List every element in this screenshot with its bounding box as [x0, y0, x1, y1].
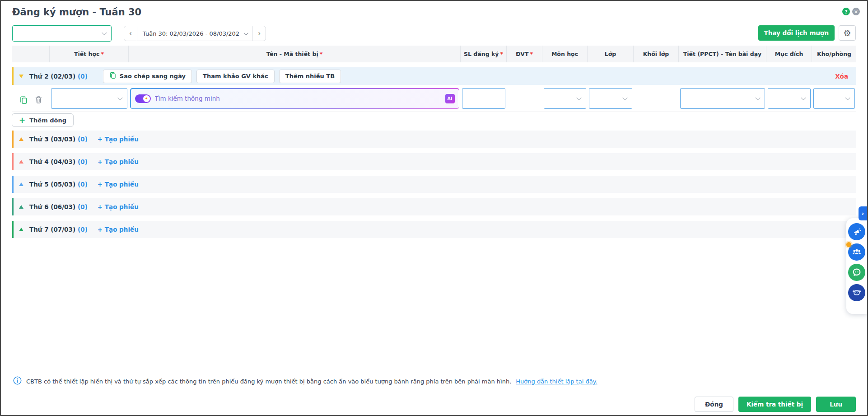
cell-ten-ma-thiet-bi: ✦ AI [129, 88, 461, 112]
day-row-saturday[interactable]: Thứ 7 (07/03) (0) + Tạo phiếu [12, 221, 856, 238]
window-controls: ? ✕ [842, 8, 860, 15]
teacher-select[interactable] [12, 25, 112, 42]
day-row-tuesday[interactable]: Thứ 3 (03/03) (0) + Tạo phiếu [12, 131, 856, 148]
tiet-hoc-select[interactable] [51, 88, 127, 109]
col-mon-hoc: Môn học [542, 46, 588, 62]
plus-icon: + [19, 117, 25, 124]
expand-triangle-icon[interactable] [19, 205, 23, 209]
footer-buttons: Đóng Kiểm tra thiết bị Lưu [695, 397, 856, 412]
day-label: Thứ 3 (03/03) [29, 136, 75, 143]
col-khoi-lop: Khối lớp [634, 46, 679, 62]
add-many-devices-button[interactable]: Thêm nhiều TB [279, 70, 341, 83]
add-row-button[interactable]: + Thêm dòng [12, 113, 74, 127]
announcement-megaphone-icon[interactable] [848, 223, 865, 240]
kho-phong-select[interactable] [813, 88, 855, 109]
borrow-registration-dialog: Đăng ký mượn - Tuần 30 ? ✕ ‹ Tuần 30: 02… [0, 0, 868, 416]
day-row-wednesday[interactable]: Thứ 4 (04/03) (0) + Tạo phiếu [12, 153, 856, 170]
table-header: Tiết học* Tên - Mã thiết bị* SL đăng ký*… [12, 46, 856, 62]
help-icon[interactable]: ? [842, 8, 850, 15]
chevron-down-icon [102, 30, 107, 35]
create-ticket-link[interactable]: + Tạo phiếu [98, 136, 139, 143]
day-label: Thứ 5 (05/03) [29, 181, 75, 188]
smart-search-field: ✦ AI [130, 88, 459, 109]
day-count: (0) [78, 203, 88, 210]
col-tiet-hoc: Tiết học* [50, 46, 129, 62]
setup-guide-link[interactable]: Hướng dẫn thiết lập tại đây. [516, 378, 597, 385]
col-tiet-ppct: Tiết (PPCT) - Tên bài dạy [679, 46, 766, 62]
device-search-input[interactable] [155, 95, 445, 102]
create-ticket-link[interactable]: + Tạo phiếu [98, 226, 139, 233]
expand-triangle-icon[interactable] [19, 160, 23, 164]
create-ticket-link[interactable]: + Tạo phiếu [98, 203, 139, 210]
check-devices-button[interactable]: Kiểm tra thiết bị [738, 397, 811, 412]
duplicate-row-icon[interactable] [19, 96, 28, 104]
expand-triangle-icon[interactable] [19, 182, 23, 186]
chat-bubble-icon[interactable] [848, 264, 865, 281]
next-week-button[interactable]: › [253, 26, 266, 41]
mon-hoc-select[interactable] [544, 88, 586, 109]
delete-day-link[interactable]: Xóa [835, 73, 848, 80]
col-lop: Lớp [588, 46, 634, 62]
chevron-down-icon [845, 95, 850, 100]
prev-week-button[interactable]: ‹ [124, 26, 137, 41]
cell-mon-hoc [542, 88, 588, 112]
community-people-icon[interactable] [848, 243, 865, 261]
day-label: Thứ 4 (04/03) [29, 158, 75, 165]
col-muc-dich: Mục đích [766, 46, 812, 62]
page-title: Đăng ký mượn - Tuần 30 [12, 7, 141, 18]
day-row-thursday[interactable]: Thứ 5 (05/03) (0) + Tạo phiếu [12, 176, 856, 193]
consult-other-teacher-button[interactable]: Tham khảo GV khác [196, 70, 275, 83]
day-actions: Sao chép sang ngày Tham khảo GV khác Thê… [103, 70, 341, 83]
entry-row: ✦ AI [12, 85, 856, 112]
week-label: Tuần 30: 02/03/2026 - 08/03/202 [143, 30, 239, 37]
chevron-down-icon [117, 95, 122, 100]
day-row-friday[interactable]: Thứ 6 (06/03) (0) + Tạo phiếu [12, 198, 856, 215]
copy-to-day-button[interactable]: Sao chép sang ngày [103, 70, 192, 83]
toolbar: ‹ Tuần 30: 02/03/2026 - 08/03/202 › Thay… [12, 25, 856, 42]
chevron-down-icon [801, 95, 806, 100]
cell-sl-dang-ky [461, 88, 507, 112]
footer-info: CBTB có thể thiết lập hiển thị và thứ tự… [13, 376, 597, 387]
expand-triangle-icon[interactable] [19, 228, 23, 231]
robot-assistant-icon[interactable] [848, 284, 865, 301]
cell-dvt [507, 88, 542, 112]
cell-khoi-lop [634, 88, 679, 112]
trash-icon[interactable] [35, 96, 42, 104]
week-select[interactable]: Tuần 30: 02/03/2026 - 08/03/202 [137, 26, 253, 41]
create-ticket-link[interactable]: + Tạo phiếu [98, 181, 139, 188]
lop-select[interactable] [589, 88, 632, 109]
day-count: (0) [78, 73, 88, 80]
ai-toggle-switch[interactable]: ✦ [135, 94, 151, 103]
gear-icon[interactable]: ⚙ [839, 25, 856, 41]
col-ten-ma-thiet-bi: Tên - Mã thiết bị* [129, 46, 461, 62]
day-label: Thứ 6 (06/03) [29, 203, 75, 210]
day-count: (0) [78, 136, 88, 143]
quantity-input[interactable] [462, 88, 505, 109]
day-count: (0) [78, 181, 88, 188]
muc-dich-select[interactable] [768, 88, 811, 109]
cell-tiet-hoc [50, 88, 129, 112]
chevron-down-icon [244, 31, 248, 35]
sparkle-icon: ✦ [143, 95, 150, 102]
panel-expand-chevron-icon[interactable]: › [859, 206, 867, 220]
toolbar-right: Thay đổi lịch mượn ⚙ [758, 25, 856, 41]
day-count: (0) [78, 226, 88, 233]
copy-icon [109, 72, 117, 80]
close-button[interactable]: Đóng [695, 397, 733, 412]
create-ticket-link[interactable]: + Tạo phiếu [98, 158, 139, 165]
day-row-monday[interactable]: Thứ 2 (02/03) (0) Sao chép sang ngày Tha… [12, 67, 856, 85]
tiet-ppct-select[interactable] [680, 88, 765, 109]
change-schedule-button[interactable]: Thay đổi lịch mượn [758, 25, 835, 41]
week-navigator: ‹ Tuần 30: 02/03/2026 - 08/03/202 › [124, 26, 266, 41]
expand-triangle-icon[interactable] [19, 137, 23, 141]
notification-dot [846, 242, 851, 247]
cell-tiet-ppct [679, 88, 766, 112]
col-actions [12, 46, 50, 62]
cell-kho-phong [812, 88, 856, 112]
cell-lop [588, 88, 634, 112]
save-button[interactable]: Lưu [816, 397, 856, 412]
ai-badge-icon: AI [445, 94, 455, 103]
collapse-triangle-icon[interactable] [19, 75, 23, 78]
close-icon[interactable]: ✕ [852, 8, 860, 15]
chevron-down-icon [755, 95, 760, 100]
